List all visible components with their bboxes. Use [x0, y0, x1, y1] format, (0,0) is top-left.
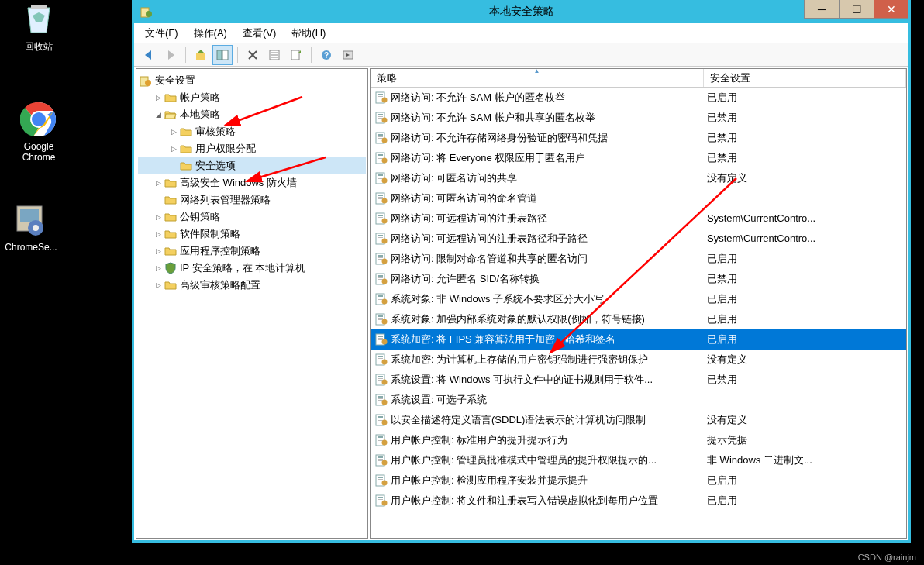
- expander-icon[interactable]: [153, 195, 163, 205]
- expander-icon[interactable]: ▷: [169, 144, 178, 153]
- tool-action[interactable]: [338, 45, 358, 65]
- titlebar[interactable]: 本地安全策略 ─ ☐ ✕: [134, 0, 908, 23]
- folder-icon: [164, 228, 177, 240]
- desktop-icon-chromese[interactable]: ChromeSe...: [0, 202, 62, 253]
- desktop-icon-chrome[interactable]: Google Chrome: [8, 101, 70, 163]
- tree-item[interactable]: ▷帐户策略: [138, 89, 366, 106]
- tree-item[interactable]: ▷IP 安全策略，在 本地计算机: [138, 260, 366, 277]
- svg-point-62: [382, 239, 388, 244]
- tree-item[interactable]: ◢本地策略: [138, 106, 366, 123]
- tool-back[interactable]: [139, 45, 159, 65]
- list-cell-setting: 已禁用: [704, 269, 906, 289]
- tree-item-label: 软件限制策略: [180, 226, 240, 243]
- list-cell-setting: 没有定义: [704, 168, 906, 188]
- svg-rect-71: [378, 279, 383, 280]
- tree-item[interactable]: ▷软件限制策略: [138, 226, 366, 243]
- tool-help[interactable]: ?: [316, 45, 336, 65]
- list-cell-policy: 网络访问: 允许匿名 SID/名称转换: [371, 269, 704, 289]
- tree-item[interactable]: ▷应用程序控制策略: [138, 243, 366, 260]
- svg-point-32: [382, 118, 388, 123]
- tree-item[interactable]: ▷高级审核策略配置: [138, 277, 366, 294]
- list-cell-policy: 网络访问: 可匿名访问的命名管道: [371, 188, 704, 208]
- list-cell-setting: 已禁用: [704, 128, 906, 148]
- col-header-setting[interactable]: 安全设置: [704, 69, 906, 87]
- list-row[interactable]: 以安全描述符定义语言(SDDL)语法表示的计算机访问限制没有定义: [371, 410, 906, 430]
- list-row[interactable]: 网络访问: 将 Everyone 权限应用于匿名用户已禁用: [371, 148, 906, 168]
- svg-point-102: [382, 400, 388, 405]
- menu-help[interactable]: 帮助(H): [285, 25, 332, 42]
- expander-icon[interactable]: ▷: [153, 212, 163, 222]
- list-cell-setting: 没有定义: [704, 350, 906, 370]
- close-button[interactable]: ✕: [874, 0, 908, 19]
- tree-panel[interactable]: 安全设置 ▷帐户策略◢本地策略▷审核策略▷用户权限分配安全选项▷高级安全 Win…: [136, 68, 368, 539]
- expander-icon[interactable]: ▷: [153, 229, 163, 239]
- tree-item[interactable]: ▷用户权限分配: [138, 140, 366, 157]
- list-row[interactable]: 用户帐户控制: 检测应用程序安装并提示提升已启用: [371, 470, 906, 491]
- list-row[interactable]: 用户帐户控制: 将文件和注册表写入错误虚拟化到每用户位置已启用: [371, 491, 906, 511]
- menu-view[interactable]: 查看(V): [236, 25, 282, 42]
- list-row[interactable]: 网络访问: 不允许 SAM 帐户和共享的匿名枚举已禁用: [371, 108, 906, 128]
- folder-icon: [164, 177, 177, 189]
- list-cell-policy: 系统加密: 将 FIPS 兼容算法用于加密、哈希和签名: [371, 329, 704, 350]
- expander-icon[interactable]: ▷: [153, 281, 163, 290]
- list-row[interactable]: 网络访问: 限制对命名管道和共享的匿名访问已启用: [371, 249, 906, 269]
- expander-icon[interactable]: ▷: [169, 127, 178, 136]
- list-row[interactable]: 系统对象: 加强内部系统对象的默认权限(例如，符号链接)已启用: [371, 309, 906, 329]
- list-cell-policy: 网络访问: 限制对命名管道和共享的匿名访问: [371, 249, 704, 269]
- expander-icon[interactable]: ▷: [153, 93, 163, 102]
- tool-showhide[interactable]: [212, 45, 233, 65]
- tree-item[interactable]: ▷高级安全 Windows 防火墙: [138, 174, 366, 191]
- menu-file[interactable]: 文件(F): [139, 25, 184, 42]
- tool-forward[interactable]: [160, 45, 181, 65]
- policy-icon: [375, 112, 388, 124]
- list-row[interactable]: 网络访问: 不允许 SAM 帐户的匿名枚举已启用: [371, 88, 906, 108]
- list-cell-policy: 用户帐户控制: 管理员批准模式中管理员的提升权限提示的...: [371, 450, 704, 470]
- tree-item[interactable]: 安全选项: [138, 157, 366, 174]
- list-row[interactable]: 系统对象: 非 Windows 子系统不要求区分大小写已启用: [371, 289, 906, 309]
- minimize-button[interactable]: ─: [804, 0, 839, 19]
- list-row[interactable]: 用户帐户控制: 管理员批准模式中管理员的提升权限提示的...非 Windows …: [371, 450, 906, 470]
- tool-properties[interactable]: [264, 45, 284, 65]
- svg-rect-124: [378, 497, 383, 498]
- expander-icon[interactable]: ▷: [153, 178, 163, 188]
- policy-icon: [375, 474, 388, 487]
- desktop-icon-recycle-bin[interactable]: 回收站: [8, 0, 70, 53]
- policy-icon: [375, 273, 388, 285]
- svg-rect-69: [378, 275, 383, 277]
- tool-delete[interactable]: [243, 45, 263, 65]
- expander-icon[interactable]: ◢: [153, 110, 163, 119]
- tree-item[interactable]: 网络列表管理器策略: [138, 191, 366, 208]
- list-row[interactable]: 系统设置: 可选子系统: [371, 390, 906, 410]
- list-row[interactable]: 网络访问: 可远程访问的注册表路径和子路径System\CurrentContr…: [371, 229, 906, 249]
- tool-export[interactable]: [286, 45, 306, 65]
- tree-root[interactable]: 安全设置: [138, 72, 366, 89]
- expander-icon[interactable]: ▷: [153, 264, 163, 273]
- list-cell-policy: 系统设置: 可选子系统: [371, 390, 704, 410]
- svg-rect-65: [378, 257, 383, 258]
- list-row[interactable]: 网络访问: 可远程访问的注册表路径System\CurrentContro...: [371, 208, 906, 229]
- tree-item[interactable]: ▷公钥策略: [138, 208, 366, 226]
- maximize-button[interactable]: ☐: [839, 0, 874, 19]
- svg-rect-99: [378, 396, 383, 398]
- svg-rect-46: [378, 178, 383, 179]
- col-header-policy[interactable]: ▲ 策略: [371, 69, 704, 87]
- list-row[interactable]: 网络访问: 不允许存储网络身份验证的密码和凭据已禁用: [371, 128, 906, 148]
- list-row[interactable]: 系统加密: 为计算机上存储的用户密钥强制进行强密钥保护没有定义: [371, 350, 906, 370]
- expander-icon[interactable]: ▷: [153, 246, 163, 256]
- tool-up[interactable]: [191, 45, 211, 65]
- svg-point-37: [382, 138, 388, 143]
- list-row[interactable]: 系统设置: 将 Windows 可执行文件中的证书规则用于软件...已禁用: [371, 370, 906, 390]
- svg-rect-30: [378, 116, 383, 117]
- list-row[interactable]: 网络访问: 允许匿名 SID/名称转换已禁用: [371, 269, 906, 289]
- list-cell-policy: 用户帐户控制: 将文件和注册表写入错误虚拟化到每用户位置: [371, 491, 704, 511]
- list-row[interactable]: 网络访问: 可匿名访问的共享没有定义: [371, 168, 906, 188]
- list-row[interactable]: 系统加密: 将 FIPS 兼容算法用于加密、哈希和签名已启用: [371, 329, 906, 350]
- list-row[interactable]: 用户帐户控制: 标准用户的提升提示行为提示凭据: [371, 430, 906, 450]
- tree-item[interactable]: ▷审核策略: [138, 123, 366, 140]
- list-body[interactable]: 网络访问: 不允许 SAM 帐户的匿名枚举已启用网络访问: 不允许 SAM 帐户…: [371, 88, 906, 538]
- list-row[interactable]: 网络访问: 可匿名访问的命名管道: [371, 188, 906, 208]
- svg-point-82: [382, 319, 388, 325]
- svg-rect-41: [378, 158, 383, 159]
- expander-icon[interactable]: [169, 161, 178, 171]
- menu-action[interactable]: 操作(A): [188, 25, 233, 42]
